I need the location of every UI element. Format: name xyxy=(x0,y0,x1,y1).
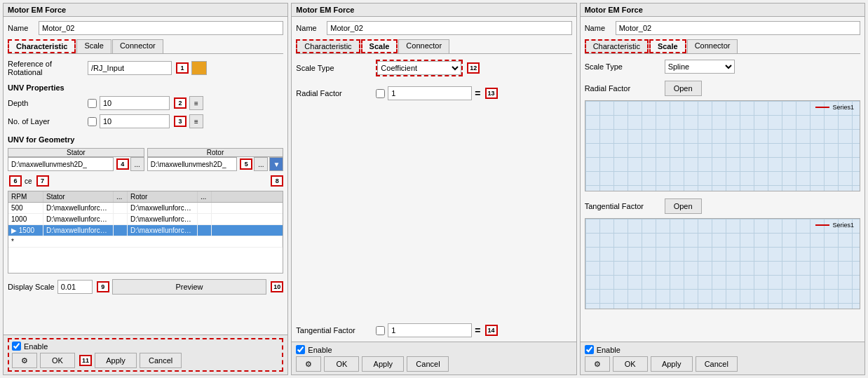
cell-dots1 xyxy=(114,214,128,224)
stator-header: Stator xyxy=(8,148,144,157)
rotor-header: Rotor xyxy=(147,148,284,157)
name-input-2[interactable] xyxy=(327,21,571,35)
no-layer-input[interactable] xyxy=(100,114,170,128)
tab-connector-2[interactable]: Connector xyxy=(398,39,449,53)
depth-btn[interactable]: ≡ xyxy=(189,96,203,110)
stator-btn[interactable]: ... xyxy=(130,157,144,171)
rotor-col-header: Rotor xyxy=(128,191,198,202)
footer-buttons-2: ⚙ OK Apply Cancel xyxy=(296,356,571,372)
cell-rpm: 1000 xyxy=(8,214,43,224)
display-scale-input[interactable] xyxy=(57,280,93,294)
cancel-button-2[interactable]: Cancel xyxy=(407,356,449,372)
table-row-selected[interactable]: ▶ 1500 D:\maxwellunforce2D_,... D:\maxwe… xyxy=(8,225,283,236)
ok-button-3[interactable]: OK xyxy=(613,356,648,372)
tab-characteristic-2[interactable]: Characteristic xyxy=(296,39,360,53)
tab-scale-2[interactable]: Scale xyxy=(361,39,398,53)
enable-label-3: Enable xyxy=(597,346,621,354)
settings-btn-3[interactable]: ⚙ xyxy=(585,356,610,372)
cell-rpm: 500 xyxy=(8,203,43,213)
cell-stator: D:\maxwellunforce2D_,... xyxy=(43,214,114,224)
color-picker-btn[interactable] xyxy=(191,61,207,75)
tangential-chart: Series1 xyxy=(585,218,860,309)
ok-button-1[interactable]: OK xyxy=(40,353,75,368)
tab-connector-1[interactable]: Connector xyxy=(112,39,163,53)
badge-7: 7 xyxy=(36,175,49,187)
enable-check-1[interactable] xyxy=(12,342,21,351)
no-layer-btn[interactable]: ≡ xyxy=(189,114,203,128)
ok-button-2[interactable]: OK xyxy=(324,356,359,372)
panel3-footer: Enable ⚙ OK Apply Cancel xyxy=(581,342,864,374)
apply-button-1[interactable]: Apply xyxy=(95,353,137,368)
cancel-button-1[interactable]: Cancel xyxy=(140,353,182,368)
cancel-button-3[interactable]: Cancel xyxy=(696,356,738,372)
name-label-3: Name xyxy=(585,24,611,32)
apply-button-2[interactable]: Apply xyxy=(362,356,404,372)
settings-btn-1[interactable]: ⚙ xyxy=(12,353,37,368)
cell-dots1 xyxy=(114,225,128,236)
tangential-factor-input-2[interactable] xyxy=(388,323,472,337)
settings-btn-2[interactable]: ⚙ xyxy=(296,356,321,372)
rotor-btn[interactable]: ... xyxy=(254,157,268,171)
tangential-factor-check-2[interactable] xyxy=(376,326,385,335)
stator-input[interactable] xyxy=(8,157,114,171)
badge-12: 12 xyxy=(467,62,480,74)
table-row[interactable]: 500 D:\maxwellunforce2D_,... D:\maxwellu… xyxy=(8,203,283,214)
depth-input[interactable] xyxy=(100,96,170,110)
open-button-radial[interactable]: Open xyxy=(665,81,702,96)
panel3-title: Motor EM Force xyxy=(581,4,864,17)
tangential-factor-label-2: Tangential Factor xyxy=(296,326,373,335)
radial-chart-grid xyxy=(585,101,860,191)
tab-scale-1[interactable]: Scale xyxy=(76,39,111,53)
tab-connector-3[interactable]: Connector xyxy=(687,39,738,53)
table-row-empty[interactable]: * xyxy=(8,236,283,248)
scale-type-select-2[interactable]: Coefficient Spline xyxy=(377,61,461,75)
apply-button-3[interactable]: Apply xyxy=(651,356,693,372)
no-layer-check[interactable] xyxy=(88,117,97,126)
display-scale-label: Display Scale xyxy=(8,283,55,291)
table-row[interactable]: 1000 D:\maxwellunforce2D_,... D:\maxwell… xyxy=(8,214,283,225)
tab-characteristic-1[interactable]: Characteristic xyxy=(8,39,76,53)
rotor-extra-btn[interactable]: ▼ xyxy=(269,157,283,171)
legend-label-1: Series1 xyxy=(832,104,854,111)
stator-col-header: Stator xyxy=(43,191,114,202)
cell-dots2 xyxy=(198,203,212,213)
panel2-footer: Enable ⚙ OK Apply Cancel xyxy=(292,342,576,374)
scale-type-select-3[interactable]: Spline Coefficient xyxy=(665,60,735,74)
cell-rotor: D:\maxwellunforce2D_,... xyxy=(128,203,198,213)
panel-characteristic: Motor EM Force Name Characteristic Scale… xyxy=(3,3,288,375)
badge-14: 14 xyxy=(485,325,498,336)
radial-factor-label-2: Radial Factor xyxy=(296,89,373,97)
tangential-factor-label-3: Tangential Factor xyxy=(585,202,662,210)
radial-factor-input-2[interactable] xyxy=(388,86,472,100)
radial-factor-label-3: Radial Factor xyxy=(585,84,662,93)
cell-rpm: ▶ 1500 xyxy=(8,225,43,236)
rotor-input[interactable] xyxy=(147,157,238,171)
badge-1: 1 xyxy=(176,62,189,74)
preview-button[interactable]: Preview xyxy=(112,279,267,295)
rpm-col-header: RPM xyxy=(8,191,43,202)
tab-scale-3[interactable]: Scale xyxy=(649,39,686,53)
depth-check[interactable] xyxy=(88,99,97,108)
legend-line-1 xyxy=(815,107,829,108)
radial-factor-check-2[interactable] xyxy=(376,89,385,98)
ref-rot-label: Reference of Rotational xyxy=(8,60,85,76)
tangential-chart-legend: Series1 xyxy=(815,222,854,229)
table-body[interactable]: 500 D:\maxwellunforce2D_,... D:\maxwellu… xyxy=(8,203,283,273)
enable-check-2[interactable] xyxy=(296,345,305,354)
open-button-tangential[interactable]: Open xyxy=(665,198,702,214)
name-input-1[interactable] xyxy=(39,21,283,35)
depth-label: Depth xyxy=(8,99,85,107)
badge-10: 10 xyxy=(271,281,283,292)
name-input-3[interactable] xyxy=(616,21,860,35)
cell-asterisk: * xyxy=(8,236,283,247)
name-label-1: Name xyxy=(8,24,34,32)
tab-characteristic-3[interactable]: Characteristic xyxy=(585,39,649,53)
enable-label-1: Enable xyxy=(24,342,48,351)
enable-check-3[interactable] xyxy=(585,345,594,354)
tabs-3: Characteristic Scale Connector xyxy=(585,39,860,54)
cell-stator: D:\maxwellunforce2D_,... xyxy=(43,225,114,236)
ref-rot-input[interactable] xyxy=(88,61,172,75)
legend-label-2: Series1 xyxy=(832,222,854,229)
scale-type-label-3: Scale Type xyxy=(585,62,662,71)
cell-rotor: D:\maxwellunforce2D_,... xyxy=(128,214,198,224)
